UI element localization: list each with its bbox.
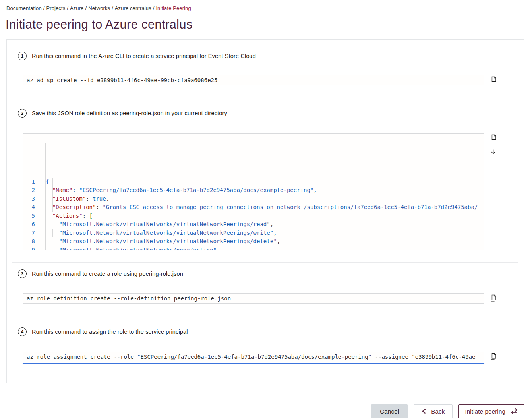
step-3-command-field[interactable]: az role definition create --role-definit…	[23, 293, 484, 304]
breadcrumb-item-projects[interactable]: Projects	[46, 5, 65, 11]
step-4-number-badge: 4	[18, 327, 27, 336]
download-icon	[489, 148, 497, 157]
initiate-peering-button-label: Initiate peering	[465, 408, 505, 415]
indent-guide	[52, 178, 53, 212]
footer-divider	[0, 397, 532, 397]
step-1-instruction: Run this command in the Azure CLI to cre…	[32, 53, 256, 59]
json-editor-lines: 1{2 "Name": "ESCPeering/fa7eed6a-1ec5-4e…	[23, 178, 484, 250]
step-4-section: 4 Run this command to assign the role to…	[7, 320, 524, 383]
step-3-instruction: Run this command to create a role using …	[32, 271, 183, 277]
breadcrumb-separator: /	[110, 5, 115, 11]
json-editor-line: 9 "Microsoft.Network/virtualNetworks/pee…	[23, 246, 484, 250]
step-2-section: 2 Save this JSON role definition as peer…	[7, 101, 524, 262]
step-3-section: 3 Run this command to create a role usin…	[7, 263, 524, 320]
chevron-left-icon	[422, 408, 426, 414]
copy-icon	[489, 294, 497, 302]
indent-guide	[45, 143, 46, 250]
step-2-number-badge: 2	[18, 109, 27, 118]
copy-icon	[489, 134, 497, 142]
page-title: Initiate peering to Azure centralus	[6, 17, 524, 32]
copy-icon	[489, 75, 497, 84]
step-4-command-field[interactable]: az role assignment create --role "ESCPee…	[23, 352, 484, 362]
breadcrumb-item-documentation[interactable]: Documentation	[6, 5, 42, 11]
breadcrumb-separator: /	[65, 5, 70, 11]
step-4-copy-button[interactable]	[489, 352, 497, 361]
step-1-command-field[interactable]: az ad sp create --id e3899b11-4f6c-49ae-…	[23, 75, 484, 85]
json-editor-line: 6 "Microsoft.Network/virtualNetworks/vir…	[23, 220, 484, 229]
step-1-copy-button[interactable]	[489, 75, 497, 84]
json-role-definition-editor[interactable]: 1{2 "Name": "ESCPeering/fa7eed6a-1ec5-4e…	[23, 133, 484, 250]
json-editor-line: 7 "Microsoft.Network/virtualNetworks/vir…	[23, 229, 484, 238]
step-1-number-badge: 1	[18, 52, 27, 60]
copy-icon	[489, 352, 497, 361]
breadcrumb: Documentation/Projects/Azure/Networks/Az…	[6, 0, 524, 11]
breadcrumb-current-initiate-peering: Initiate Peering	[156, 5, 191, 11]
step-2-copy-button[interactable]	[489, 134, 497, 142]
initiate-peering-button[interactable]: Initiate peering	[458, 404, 524, 418]
cancel-button[interactable]: Cancel	[371, 404, 408, 418]
step-3-copy-button[interactable]	[489, 294, 497, 302]
breadcrumb-item-azure[interactable]: Azure	[70, 5, 83, 11]
step-2-instruction: Save this JSON role definition as peerin…	[32, 110, 227, 116]
json-editor-line: 3 "IsCustom": true,	[23, 195, 484, 203]
step-4-instruction: Run this command to assign the role to t…	[32, 329, 188, 335]
breadcrumb-separator: /	[151, 5, 156, 11]
step-1-section: 1 Run this command in the Azure CLI to c…	[7, 40, 524, 101]
json-editor-line: 5 "Actions": [	[23, 212, 484, 221]
step-3-number-badge: 3	[18, 269, 27, 278]
horizontal-scrollbar[interactable]	[23, 363, 484, 364]
json-editor-line: 8 "Microsoft.Network/virtualNetworks/vir…	[23, 237, 484, 246]
json-editor-line: 1{	[23, 178, 484, 186]
footer-actions: Cancel Back Initiate peering	[6, 404, 524, 418]
cancel-button-label: Cancel	[380, 408, 399, 415]
step-2-download-button[interactable]	[489, 148, 497, 157]
indent-guide	[52, 229, 53, 238]
swap-arrows-icon	[510, 408, 518, 414]
breadcrumb-item-networks[interactable]: Networks	[88, 5, 110, 11]
breadcrumb-item-azure-centralus[interactable]: Azure centralus	[115, 5, 151, 11]
back-button[interactable]: Back	[414, 404, 453, 418]
breadcrumb-separator: /	[42, 5, 46, 11]
wizard-card: 1 Run this command in the Azure CLI to c…	[6, 39, 524, 383]
breadcrumb-separator: /	[83, 5, 88, 11]
json-editor-line: 2 "Name": "ESCPeering/fa7eed6a-1ec5-4efa…	[23, 186, 484, 195]
json-editor-line: 4 "Description": "Grants ESC access to m…	[23, 203, 484, 212]
back-button-label: Back	[431, 408, 445, 415]
